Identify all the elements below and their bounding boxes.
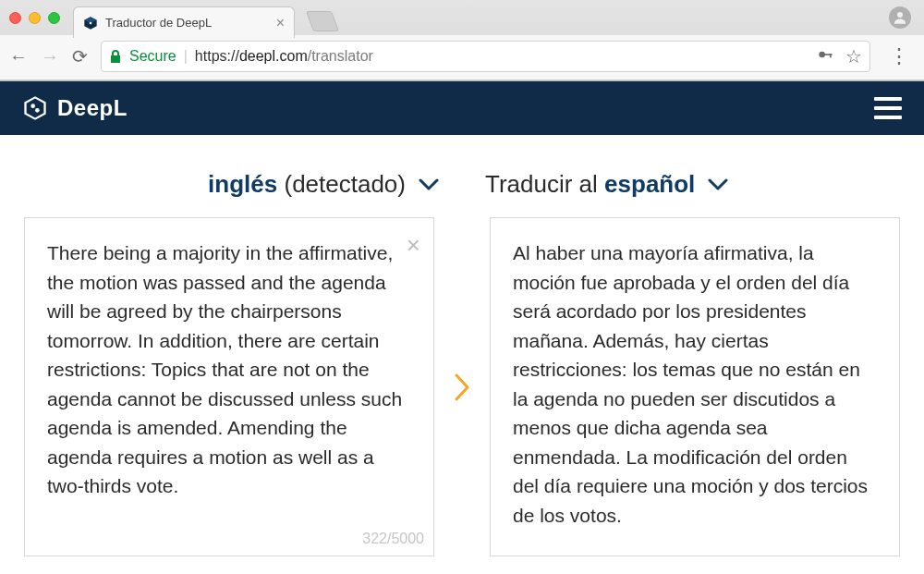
translate-arrow-icon (451, 372, 473, 403)
address-bar[interactable]: Secure | https://deepl.com/translator ☆ (101, 41, 870, 72)
chevron-down-icon (419, 173, 439, 197)
source-language-selector[interactable]: inglés (detectado) (29, 170, 439, 199)
source-language-suffix: (detectado) (284, 170, 406, 198)
maximize-window-button[interactable] (48, 12, 60, 24)
tab-strip: Traductor de DeepL × (0, 0, 924, 35)
target-text-pane[interactable]: Al haber una mayoría afirmativa, la moci… (490, 217, 900, 556)
brand-logo[interactable]: DeepL (22, 95, 128, 121)
bookmark-star-icon[interactable]: ☆ (845, 45, 862, 67)
target-language-name: español (604, 170, 695, 198)
translator-panes: × There being a majority in the affirmat… (0, 217, 924, 556)
svg-point-4 (819, 52, 825, 58)
close-tab-icon[interactable]: × (276, 15, 285, 31)
target-text: Al haber una mayoría afirmativa, la moci… (513, 238, 877, 530)
tab-title: Traductor de DeepL (105, 16, 269, 30)
forward-button[interactable]: → (41, 47, 59, 66)
source-language-name: inglés (208, 170, 277, 198)
hamburger-bar-icon (874, 106, 902, 110)
hamburger-bar-icon (874, 116, 902, 119)
source-text-pane[interactable]: × There being a majority in the affirmat… (24, 217, 434, 556)
hamburger-menu-button[interactable] (874, 97, 902, 119)
toolbar: ← → ⟳ Secure | https://deepl.com/transla… (0, 35, 924, 80)
chevron-down-icon (708, 173, 728, 197)
back-button[interactable]: ← (9, 47, 28, 66)
reload-button[interactable]: ⟳ (72, 47, 88, 66)
profile-avatar-button[interactable] (889, 6, 911, 29)
brand-text: DeepL (57, 95, 128, 121)
nav-buttons: ← → (9, 47, 59, 66)
svg-rect-6 (830, 54, 832, 57)
svg-point-3 (897, 12, 903, 18)
saved-password-icon[interactable] (816, 45, 834, 67)
minimize-window-button[interactable] (29, 12, 41, 24)
svg-point-2 (90, 21, 92, 24)
browser-chrome: Traductor de DeepL × ← → ⟳ Secure | http… (0, 0, 924, 81)
new-tab-button[interactable] (306, 11, 339, 31)
character-counter: 322/5000 (362, 528, 424, 550)
deepl-favicon-icon (83, 16, 98, 31)
url-text: https://deepl.com/translator (195, 48, 373, 65)
secure-label: Secure (129, 48, 176, 65)
hamburger-bar-icon (874, 97, 902, 101)
window-controls[interactable] (9, 12, 60, 24)
chrome-menu-button[interactable]: ⋮ (883, 44, 915, 68)
language-selector-row: inglés (detectado) Traducir al español (0, 170, 924, 199)
target-language-prefix: Traducir al (485, 170, 604, 198)
clear-input-icon[interactable]: × (407, 227, 420, 263)
svg-point-10 (35, 108, 40, 113)
target-language-selector[interactable]: Traducir al español (485, 170, 895, 199)
close-window-button[interactable] (9, 12, 21, 24)
app-header: DeepL (0, 81, 924, 135)
svg-point-9 (30, 104, 35, 108)
source-text[interactable]: There being a majority in the affirmativ… (47, 238, 411, 501)
separator: | (184, 48, 188, 65)
lock-icon (109, 49, 122, 64)
browser-tab[interactable]: Traductor de DeepL × (73, 6, 295, 38)
